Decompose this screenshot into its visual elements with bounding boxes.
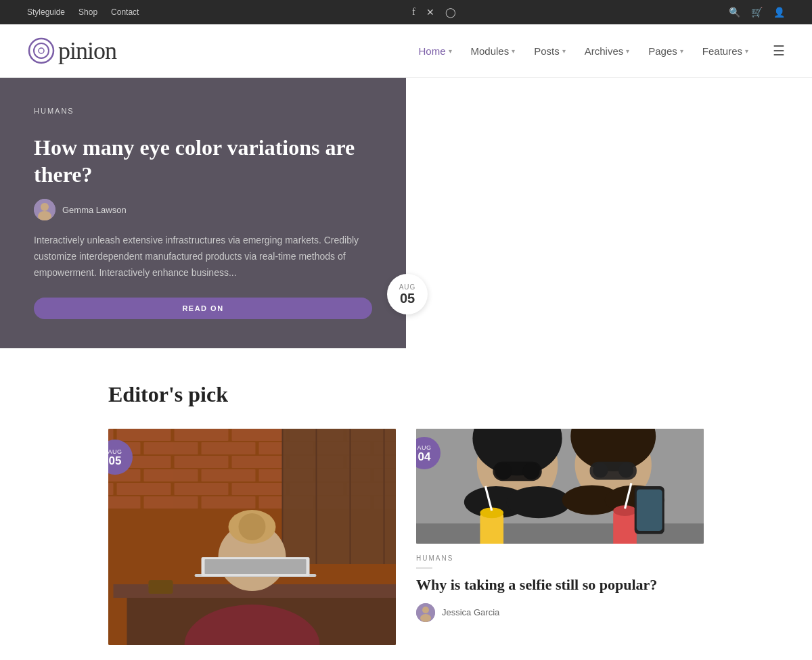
svg-rect-33 xyxy=(232,456,286,468)
search-icon[interactable]: 🔍 xyxy=(729,7,740,18)
svg-rect-45 xyxy=(232,483,286,495)
svg-rect-18 xyxy=(117,429,171,441)
editors-grid: AUG 05 xyxy=(108,429,704,645)
hero-category: HUMANS xyxy=(34,107,372,115)
svg-point-2 xyxy=(39,48,44,53)
hero-excerpt: Interactively unleash extensive infrastr… xyxy=(34,233,372,281)
site-header: pinion Home ▾ Modules ▾ Posts ▾ Archives… xyxy=(0,24,812,78)
hero-section: HUMANS How many eye color variations are… xyxy=(0,78,812,348)
svg-rect-38 xyxy=(202,469,256,481)
svg-point-0 xyxy=(29,39,53,63)
hero-date-month: AUG xyxy=(399,283,416,291)
svg-rect-50 xyxy=(202,496,256,509)
card-right-date-day: 04 xyxy=(418,451,431,463)
home-arrow-icon: ▾ xyxy=(449,47,452,55)
section-title: Editor's pick xyxy=(108,382,704,407)
card-right-category: HUMANS xyxy=(416,555,704,562)
card-right-date-month: AUG xyxy=(417,444,431,451)
nav-modules[interactable]: Modules ▾ xyxy=(471,45,516,57)
card-small-image[interactable]: AUG 04 xyxy=(416,429,704,544)
svg-rect-95 xyxy=(637,490,662,531)
instagram-icon[interactable]: ◯ xyxy=(445,7,456,18)
svg-point-87 xyxy=(618,463,633,477)
cart-icon[interactable]: 🛒 xyxy=(751,7,763,18)
svg-rect-70 xyxy=(149,580,173,594)
card-large: AUG 05 xyxy=(108,429,396,645)
svg-point-86 xyxy=(593,463,608,477)
svg-rect-48 xyxy=(108,496,141,509)
posts-arrow-icon: ▾ xyxy=(562,47,566,55)
svg-point-80 xyxy=(522,463,539,479)
top-bar-links: Styleguide Shop Contact xyxy=(27,7,139,17)
top-bar-icons: 🔍 🛒 👤 xyxy=(729,7,785,18)
nav-features[interactable]: Features ▾ xyxy=(702,45,748,57)
hamburger-icon[interactable]: ☰ xyxy=(773,43,785,59)
hero-avatar xyxy=(34,199,55,220)
twitter-icon[interactable]: ✕ xyxy=(426,7,434,18)
pages-arrow-icon: ▾ xyxy=(680,47,683,55)
main-nav: Home ▾ Modules ▾ Posts ▾ Archives ▾ Page… xyxy=(418,43,785,59)
nav-posts[interactable]: Posts ▾ xyxy=(534,45,566,57)
user-icon[interactable]: 👤 xyxy=(773,7,785,18)
selfie-scene-svg xyxy=(416,429,704,544)
nav-pages[interactable]: Pages ▾ xyxy=(648,45,683,57)
cafe-scene-svg xyxy=(108,429,396,645)
svg-point-98 xyxy=(420,614,431,622)
nav-home[interactable]: Home ▾ xyxy=(418,45,451,57)
card-large-image[interactable]: AUG 05 xyxy=(108,429,396,645)
hero-author-name: Gemma Lawson xyxy=(62,205,127,215)
svg-point-77 xyxy=(507,486,570,518)
social-links: f ✕ ◯ xyxy=(412,7,456,18)
svg-rect-25 xyxy=(144,442,198,454)
svg-rect-54 xyxy=(283,429,397,564)
svg-rect-44 xyxy=(175,483,229,495)
hero-title: How many eye color variations are there? xyxy=(34,134,372,188)
svg-rect-43 xyxy=(117,483,171,495)
hero-author: Gemma Lawson xyxy=(34,199,372,220)
card-left-date-day: 05 xyxy=(109,455,122,467)
svg-point-97 xyxy=(422,607,429,613)
archives-arrow-icon: ▾ xyxy=(626,47,629,55)
read-on-button[interactable]: READ ON xyxy=(34,298,372,319)
svg-rect-42 xyxy=(108,483,114,495)
modules-arrow-icon: ▾ xyxy=(512,47,515,55)
top-bar: Styleguide Shop Contact f ✕ ◯ 🔍 🛒 👤 xyxy=(0,0,812,24)
svg-point-79 xyxy=(495,463,512,479)
hero-date-badge: AUG 05 xyxy=(387,274,428,314)
svg-point-1 xyxy=(34,43,49,58)
card-right-author-name: Jessica Garcia xyxy=(442,607,499,617)
logo-icon xyxy=(27,37,55,65)
logo[interactable]: pinion xyxy=(27,37,116,65)
svg-rect-32 xyxy=(175,456,229,468)
styleguide-link[interactable]: Styleguide xyxy=(27,7,65,17)
nav-archives[interactable]: Archives ▾ xyxy=(585,45,630,57)
svg-rect-37 xyxy=(144,469,198,481)
contact-link[interactable]: Contact xyxy=(111,7,139,17)
svg-rect-19 xyxy=(175,429,229,441)
svg-rect-26 xyxy=(202,442,256,454)
card-right-title: Why is taking a selfie still so popular? xyxy=(416,575,704,595)
editors-pick-section: Editor's pick AUG 05 xyxy=(0,348,812,660)
svg-rect-49 xyxy=(144,496,198,509)
card-right-author: Jessica Garcia xyxy=(416,603,704,622)
card-left-date-month: AUG xyxy=(108,448,122,455)
card-right-avatar xyxy=(416,603,435,622)
hero-image-wrap: AUG 05 xyxy=(406,78,812,348)
svg-rect-20 xyxy=(232,429,286,441)
features-arrow-icon: ▾ xyxy=(745,47,748,55)
facebook-icon[interactable]: f xyxy=(412,7,415,18)
card-right-divider xyxy=(416,567,432,569)
svg-point-4 xyxy=(41,203,49,211)
hero-content: HUMANS How many eye color variations are… xyxy=(0,78,406,348)
svg-point-65 xyxy=(239,513,266,540)
svg-rect-68 xyxy=(205,559,307,574)
hero-date-day: 05 xyxy=(400,291,415,306)
shop-link[interactable]: Shop xyxy=(78,7,97,17)
card-small: AUG 04 xyxy=(416,429,704,622)
logo-text: pinion xyxy=(58,37,116,65)
